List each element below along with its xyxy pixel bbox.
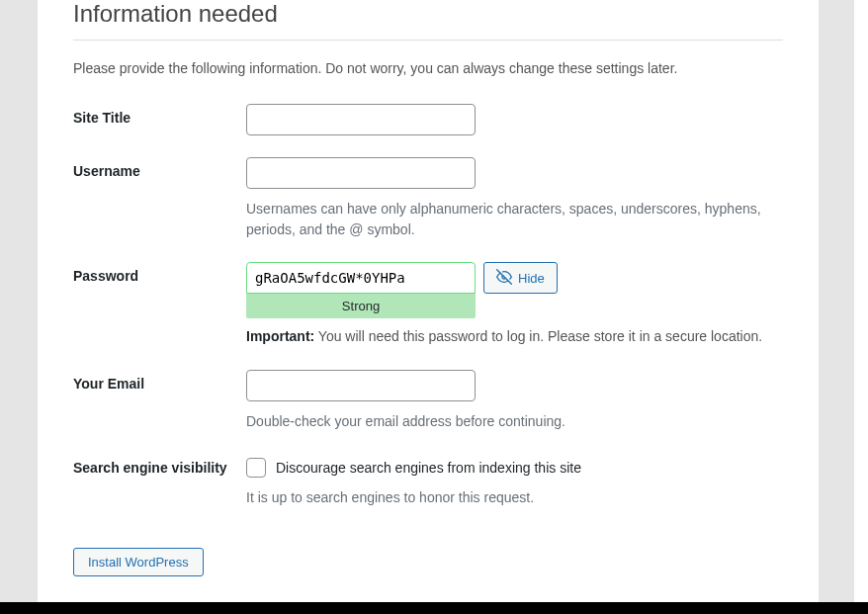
search-visibility-hint: It is up to search engines to honor this… (246, 487, 783, 508)
search-visibility-label: Search engine visibility (73, 454, 246, 476)
email-input[interactable] (246, 370, 476, 401)
site-title-label: Site Title (73, 104, 246, 126)
username-hint: Usernames can have only alphanumeric cha… (246, 199, 783, 240)
password-strength: Strong (246, 294, 476, 318)
bottom-bar (0, 602, 868, 614)
eye-slash-icon (496, 269, 512, 288)
intro-text: Please provide the following information… (73, 60, 783, 76)
install-wordpress-button[interactable]: Install WordPress (73, 548, 204, 576)
password-label: Password (73, 262, 246, 284)
site-title-input[interactable] (246, 104, 476, 135)
right-edge (854, 0, 868, 614)
password-note-text: You will need this password to log in. P… (314, 328, 762, 344)
password-note: Important: You will need this password t… (246, 328, 783, 344)
email-label: Your Email (73, 370, 246, 392)
install-panel: Information needed Please provide the fo… (38, 0, 819, 614)
hide-password-button[interactable]: Hide (483, 262, 558, 294)
search-visibility-checkbox-label: Discourage search engines from indexing … (276, 460, 581, 476)
page-title: Information needed (73, 0, 783, 41)
email-row: Your Email Double-check your email addre… (73, 370, 783, 432)
username-label: Username (73, 157, 246, 179)
password-row: Password Strong (73, 262, 783, 344)
password-note-bold: Important: (246, 328, 314, 344)
hide-button-label: Hide (518, 271, 545, 286)
username-input[interactable] (246, 157, 476, 189)
site-title-row: Site Title (73, 104, 783, 135)
search-visibility-checkbox[interactable] (246, 458, 266, 478)
search-visibility-row: Search engine visibility Discourage sear… (73, 454, 783, 508)
password-input[interactable] (246, 262, 476, 294)
username-row: Username Usernames can have only alphanu… (73, 157, 783, 240)
email-hint: Double-check your email address before c… (246, 411, 783, 432)
